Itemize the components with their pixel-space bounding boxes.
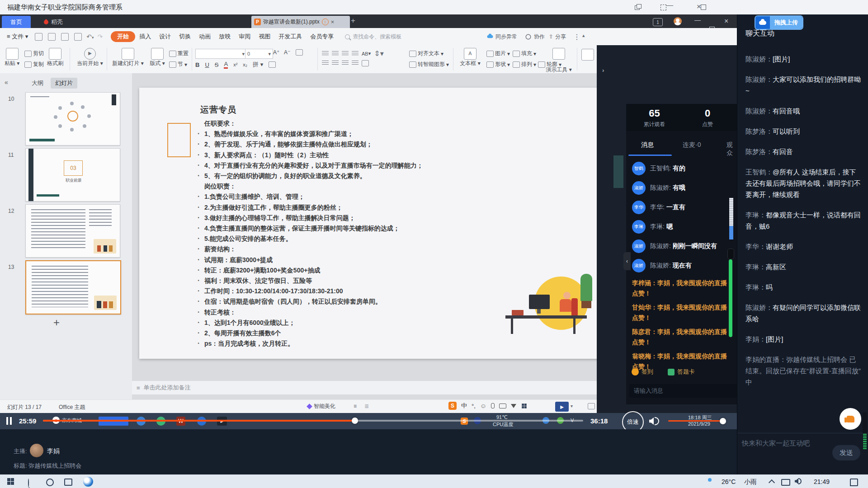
- presentation-tools-button[interactable]: 演示工具 ▾: [544, 48, 573, 74]
- minimize-button[interactable]: —: [666, 1, 673, 9]
- slideshow-play-button[interactable]: ▶: [555, 402, 569, 412]
- more-icon[interactable]: ⋮: [573, 33, 580, 41]
- preview-icon[interactable]: [74, 33, 82, 41]
- new-tab-button[interactable]: +: [351, 16, 355, 25]
- layout-button[interactable]: 版式 ▾: [147, 48, 167, 67]
- popout-icon[interactable]: [635, 4, 642, 10]
- align-center-icon[interactable]: [332, 61, 339, 66]
- play-options-icon[interactable]: ▾: [571, 404, 573, 408]
- new-slide-button[interactable]: 新建幻灯片 ▾: [110, 48, 146, 67]
- slide-thumbnail-11[interactable]: 03 职业前景: [25, 148, 120, 202]
- sorter-view-icon[interactable]: ≣: [364, 403, 369, 409]
- cortana-icon[interactable]: [46, 479, 54, 486]
- subscript-button[interactable]: x₂: [243, 62, 247, 67]
- save-icon[interactable]: [35, 33, 42, 41]
- maximize-button[interactable]: [700, 4, 708, 10]
- taskbar-clock[interactable]: 21:49: [814, 478, 830, 485]
- bold-button[interactable]: B: [195, 61, 199, 68]
- taskbar-search-icon[interactable]: [28, 479, 29, 487]
- superscript-button[interactable]: x²: [233, 62, 237, 67]
- menu-item[interactable]: 视图: [255, 33, 274, 41]
- pinned-browser-icon[interactable]: [83, 477, 93, 487]
- menu-item[interactable]: 会员专享: [306, 33, 338, 41]
- copy-button[interactable]: 复制: [24, 61, 44, 68]
- align-left-icon[interactable]: [322, 61, 329, 66]
- theme-name[interactable]: Office 主题: [59, 404, 85, 411]
- menu-item[interactable]: 切换: [175, 33, 195, 41]
- file-menu[interactable]: ≡ 文件 ▾: [3, 33, 32, 41]
- textbox-button[interactable]: A 文本框 ▾: [458, 48, 483, 67]
- smart-beautify-button[interactable]: 智能美化: [307, 403, 335, 410]
- strike-button[interactable]: S: [215, 61, 219, 68]
- send-button[interactable]: 发送: [832, 445, 860, 460]
- normal-view-icon[interactable]: ≡: [354, 403, 357, 409]
- to-smartart-button[interactable]: 转智能图形 ▾: [409, 61, 449, 68]
- volume-handle[interactable]: [720, 418, 726, 424]
- expand-chevron-icon[interactable]: ›: [602, 67, 604, 74]
- scroll-thumb[interactable]: [729, 226, 733, 239]
- tab-document[interactable]: P 弥越宣讲会最新(1).pptx ! ×: [251, 16, 350, 28]
- font-size-combo[interactable]: 0▾: [245, 49, 273, 59]
- wps-minimize-icon[interactable]: —: [694, 16, 701, 23]
- start-button[interactable]: [7, 478, 14, 485]
- menu-start[interactable]: 开始: [111, 31, 135, 42]
- menu-item[interactable]: 放映: [215, 33, 235, 41]
- ime-toolbar[interactable]: S 中 °, ☺: [448, 402, 528, 410]
- format-painter-button[interactable]: 格式刷: [47, 48, 63, 67]
- bullet-list-icon[interactable]: [322, 51, 329, 56]
- fill-button[interactable]: 填充 ▾: [513, 50, 536, 57]
- like-button[interactable]: [840, 408, 861, 430]
- underline-button[interactable]: U: [205, 61, 209, 68]
- menu-item[interactable]: 设计: [155, 33, 175, 41]
- tab-docer[interactable]: 稻壳: [33, 16, 74, 28]
- decrease-font-icon[interactable]: A⁻: [284, 49, 290, 56]
- shape-button[interactable]: 形状 ▾: [486, 61, 510, 68]
- current-slide[interactable]: 运营专员 任职要求： • 1、熟悉传媒娱乐业，有丰富的媒体资源和推广渠道； • …: [139, 88, 632, 359]
- collapse-panel-icon[interactable]: «: [5, 79, 8, 86]
- collab-button[interactable]: 协作: [524, 33, 545, 41]
- taskbar-weather[interactable]: 小雨: [744, 478, 757, 486]
- justify-icon[interactable]: [352, 61, 359, 66]
- align-text-button[interactable]: 对齐文本 ▾: [409, 50, 443, 57]
- volume-slider[interactable]: [668, 420, 723, 422]
- paste-button[interactable]: 粘贴 ▾: [5, 48, 19, 67]
- extra-tool-icon[interactable]: [581, 49, 594, 61]
- account-avatar[interactable]: [674, 17, 682, 25]
- wps-close-icon[interactable]: ×: [724, 17, 728, 25]
- notes-bar[interactable]: ≡ 单击此处添加备注: [132, 380, 631, 395]
- collapse-ribbon-icon[interactable]: ▴: [582, 33, 585, 38]
- close-button[interactable]: ×: [697, 2, 701, 11]
- export-icon[interactable]: [48, 33, 56, 41]
- print-icon[interactable]: [61, 33, 69, 41]
- pause-button[interactable]: [6, 417, 8, 425]
- close-tab-icon[interactable]: ×: [331, 19, 335, 25]
- volume-button[interactable]: [649, 417, 659, 425]
- taskbar-temp[interactable]: 26°C: [722, 478, 736, 485]
- task-view-icon[interactable]: [64, 479, 72, 486]
- share-button[interactable]: ⇧分享: [549, 33, 566, 41]
- slide-thumbnail-10[interactable]: [25, 92, 120, 145]
- command-search[interactable]: 查找命令、搜索模板: [345, 33, 401, 41]
- tab-messages[interactable]: 消息: [641, 141, 654, 149]
- tab-outline[interactable]: 大纲: [32, 79, 43, 87]
- increase-font-icon[interactable]: A⁺: [273, 49, 279, 56]
- font-color-button[interactable]: A: [224, 61, 228, 69]
- volume-slider-knob[interactable]: [727, 249, 734, 259]
- tab-slides[interactable]: 幻灯片: [51, 78, 77, 89]
- window-list-button[interactable]: 1: [653, 18, 663, 26]
- indent-icon[interactable]: [352, 51, 359, 56]
- menu-item[interactable]: 插入: [135, 33, 155, 41]
- chat-input[interactable]: 快来和大家一起互动吧: [742, 439, 810, 448]
- pinyin-button[interactable]: 拼 ▾: [253, 61, 263, 69]
- slide-thumbnail-12[interactable]: [25, 204, 120, 258]
- play-from-current-button[interactable]: ▶ 当前开始 ▾: [74, 48, 106, 67]
- tab-audience[interactable]: 观众: [726, 141, 737, 157]
- line-spacing-icon[interactable]: ⇕▾: [374, 49, 383, 58]
- redo-icon[interactable]: ↷: [98, 33, 103, 40]
- columns-icon[interactable]: [362, 60, 369, 66]
- tab-mic[interactable]: 连麦·0: [683, 141, 701, 149]
- progress-handle[interactable]: [352, 418, 358, 424]
- overlay-message-input[interactable]: 请输入消息: [629, 384, 737, 398]
- outdent-icon[interactable]: [342, 51, 349, 56]
- align-right-icon[interactable]: [342, 61, 349, 66]
